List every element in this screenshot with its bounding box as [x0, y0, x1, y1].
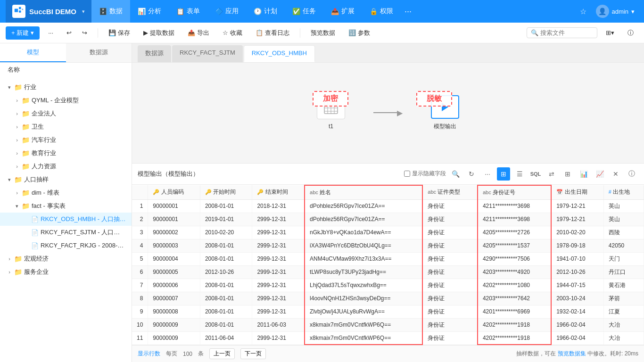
nav-extend[interactable]: 📤 扩展 [323, 0, 362, 23]
chart-view-btn[interactable]: ⊞ [561, 167, 574, 181]
undo-button[interactable]: ↩ [62, 27, 76, 38]
cell-name: x8kmaix7mGm0VCntfkWP6Q== [305, 331, 422, 345]
logo-area[interactable]: SuccBI DEMO ▾ [6, 0, 91, 23]
prev-page-btn[interactable]: 上一页 [209, 348, 235, 359]
save-button[interactable]: 💾 保存 [104, 27, 135, 39]
collect-button[interactable]: ☆ 收藏 [218, 27, 247, 39]
col-header-end[interactable]: 🔑 结束时间 [252, 185, 305, 200]
cell-rownum: 2 [132, 213, 148, 226]
logo-icon [12, 5, 25, 18]
file-icon-rkcy-fact: 📄 [31, 229, 39, 236]
name-col-label: 姓名 [320, 189, 331, 196]
col-header-birth[interactable]: 📅 出生日期 [551, 185, 603, 200]
col-header-cert-id[interactable]: abc 身份证号 [478, 185, 551, 200]
col-header-birthplace[interactable]: # 出生地 [603, 185, 644, 200]
tree-item-enterprise[interactable]: › 📁 企业法人 [0, 107, 132, 120]
view-toggle-button[interactable]: ⊞▾ [601, 27, 619, 38]
info-panel-btn[interactable]: ⓘ [625, 167, 638, 181]
tree-item-edu[interactable]: › 📁 教育行业 [0, 147, 132, 160]
start-type-icon: 🔑 [205, 189, 212, 195]
nav-app[interactable]: 🔷 应用 [207, 0, 246, 23]
tree-item-population[interactable]: ▾ 📁 人口抽样 [0, 173, 132, 186]
line-chart-btn[interactable]: 📈 [593, 167, 606, 181]
tree-item-fact[interactable]: ▾ 📁 fact - 事实表 [0, 199, 132, 213]
nav-task[interactable]: ✅ 任务 [285, 0, 323, 23]
tab-rkcy-ods[interactable]: RKCY_ODS_HMBH [244, 45, 315, 62]
undo-redo-group: ↩ ↪ [62, 27, 92, 38]
cell-rownum: 8 [132, 292, 148, 305]
tree-item-auto[interactable]: › 📁 汽车行业 [0, 133, 132, 147]
cell-cert-type: 身份证 [422, 226, 478, 239]
tree-item-hr[interactable]: › 📁 人力资源 [0, 160, 132, 173]
search-box[interactable]: 🔍 [527, 27, 597, 38]
tree-item-service[interactable]: › 📁 服务企业 [0, 265, 132, 279]
tree-label-population: 人口抽样 [24, 175, 126, 184]
tree-item-macro[interactable]: › 📁 宏观经济 [0, 252, 132, 265]
nav-plan[interactable]: 🕐 计划 [246, 0, 285, 23]
tree-item-rkcy-rkjg[interactable]: 📄 RKCY_FACT_RKJG - 2008-2019年... [0, 239, 132, 252]
favorite-icon[interactable]: ☆ [580, 7, 586, 16]
tree-item-dim[interactable]: › 📁 dim - 维表 [0, 186, 132, 199]
tree-item-rkcy-fact[interactable]: 📄 RKCY_FACT_SJTM - 人口抽样数据... [0, 226, 132, 239]
nav-more-button[interactable]: ··· [401, 7, 415, 16]
show-hidden-input[interactable] [404, 171, 410, 177]
tab-model[interactable]: 模型 [0, 43, 66, 62]
tab-datasource[interactable]: 数据源 [138, 45, 171, 62]
tree-item-rkcy-ods[interactable]: 📄 RKCY_ODS_HMBH - 人口抽样数据... [0, 213, 132, 226]
close-panel-btn[interactable]: ✕ [609, 167, 622, 181]
search-panel-btn[interactable]: 🔍 [449, 167, 462, 181]
nav-analysis[interactable]: 📊 分析 [130, 0, 169, 23]
admin-area[interactable]: 👤 admin ▾ [592, 3, 638, 20]
nav-form[interactable]: 📋 表单 [169, 0, 207, 23]
col-header-pnum[interactable]: 🔑 人员编码 [148, 185, 200, 200]
sql-view-btn[interactable]: SQL [529, 167, 542, 181]
col-header-name[interactable]: abc 姓名 [305, 185, 422, 200]
col-header-start[interactable]: 🔑 开始时间 [200, 185, 252, 200]
preview-button[interactable]: 预览数据 [306, 27, 340, 39]
cell-end: 2011-06-03 [252, 318, 305, 331]
refresh-panel-btn[interactable]: ↻ [465, 167, 478, 181]
t1-node-label: t1 [329, 123, 333, 130]
cell-birthplace: 大冶 [603, 318, 644, 331]
tab-datasource[interactable]: 数据源 [66, 43, 132, 62]
info-button[interactable]: ⓘ [623, 27, 638, 39]
nav-permission[interactable]: 🔒 权限 [362, 0, 401, 23]
tree-item-qyml[interactable]: › 📁 QYML - 企业模型 [0, 94, 132, 107]
tree-item-health[interactable]: › 📁 卫生 [0, 120, 132, 133]
show-rows-link[interactable]: 显示行数 [138, 350, 160, 358]
table-row: 9 90000008 2008-01-01 2999-12-31 ZlvbjOw… [132, 305, 644, 318]
table-row: 3 90000002 2010-02-20 2999-12-31 nGkJbY8… [132, 226, 644, 239]
admin-arrow: ▾ [631, 8, 635, 15]
next-page-btn[interactable]: 下一页 [240, 348, 266, 359]
cell-birthplace: 黄石港 [603, 279, 644, 292]
footer-link[interactable]: 预览数据集 [558, 350, 586, 357]
show-hidden-checkbox[interactable]: 显示隐藏字段 [404, 170, 446, 178]
output-node-label: 模型输出 [434, 123, 456, 131]
list-view-btn[interactable]: ☰ [513, 167, 526, 181]
params-button[interactable]: 🔢 参数 [344, 27, 375, 39]
export-button[interactable]: 📤 导出 [183, 27, 214, 39]
nav-data[interactable]: 🗄️ 数据 [91, 0, 130, 23]
extract-icon: ▶ [143, 29, 148, 36]
new-button[interactable]: + 新建 ▾ [6, 26, 40, 40]
tree-label-dim: dim - 维表 [32, 189, 126, 197]
schema-view-btn[interactable]: ⇄ [545, 167, 558, 181]
more-button[interactable]: ··· [43, 27, 58, 38]
cell-end: 2999-12-31 [252, 279, 305, 292]
nav-right: ☆ 👤 admin ▾ [580, 3, 638, 20]
per-page-count: 100 [183, 351, 192, 357]
search-input[interactable] [540, 29, 593, 36]
log-button[interactable]: 📋 查看日志 [251, 27, 294, 39]
more-panel-btn[interactable]: ··· [481, 167, 494, 181]
data-nav-icon: 🗄️ [99, 8, 107, 15]
export-icon: 📤 [188, 29, 195, 36]
redo-button[interactable]: ↪ [77, 27, 92, 38]
extract-button[interactable]: ▶ 提取数据 [139, 27, 179, 39]
table-row: 8 90000007 2008-01-01 2999-12-31 l4oovNQ… [132, 292, 644, 305]
tree-item-industry[interactable]: ▾ 📁 行业 [0, 81, 132, 94]
tab-rkcy-fact[interactable]: RKCY_FACT_SJTM [172, 45, 243, 62]
table-view-btn[interactable]: ⊞ [497, 167, 510, 181]
col-header-cert-type[interactable]: abc 证件类型 [422, 185, 478, 200]
stats-view-btn[interactable]: 📊 [577, 167, 590, 181]
analysis-nav-icon: 📊 [138, 8, 146, 15]
